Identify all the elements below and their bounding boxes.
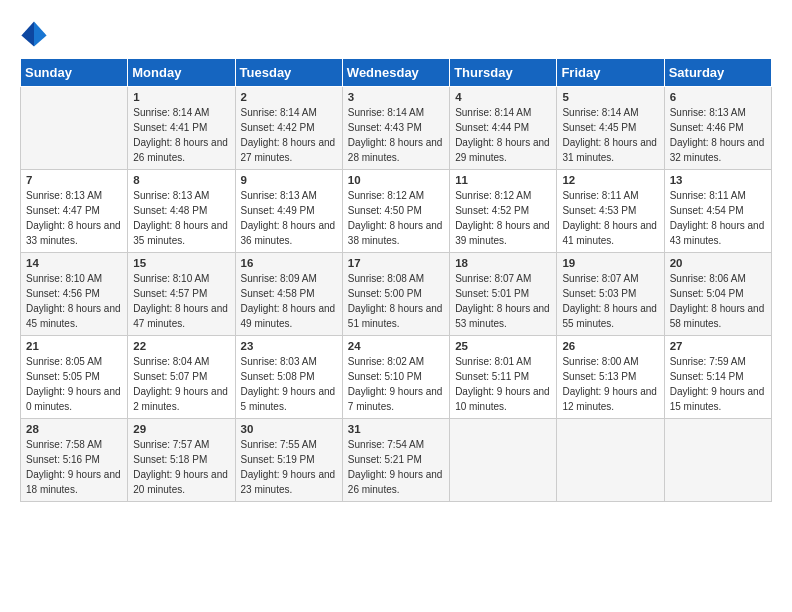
daylight-text: Daylight: 8 hours and 35 minutes. [133,220,228,246]
daylight-text: Daylight: 8 hours and 55 minutes. [562,303,657,329]
day-cell: 15Sunrise: 8:10 AMSunset: 4:57 PMDayligh… [128,253,235,336]
day-number: 5 [562,91,658,103]
daylight-text: Daylight: 8 hours and 51 minutes. [348,303,443,329]
cell-details: Sunrise: 8:07 AMSunset: 5:03 PMDaylight:… [562,271,658,331]
sunrise-text: Sunrise: 8:02 AM [348,356,424,367]
cell-details: Sunrise: 8:03 AMSunset: 5:08 PMDaylight:… [241,354,337,414]
day-cell: 28Sunrise: 7:58 AMSunset: 5:16 PMDayligh… [21,419,128,502]
sunrise-text: Sunrise: 8:11 AM [562,190,638,201]
day-cell: 3Sunrise: 8:14 AMSunset: 4:43 PMDaylight… [342,87,449,170]
logo-icon [20,20,48,48]
sunrise-text: Sunrise: 8:14 AM [348,107,424,118]
cell-details: Sunrise: 8:12 AMSunset: 4:52 PMDaylight:… [455,188,551,248]
header-tuesday: Tuesday [235,59,342,87]
daylight-text: Daylight: 8 hours and 26 minutes. [133,137,228,163]
cell-details: Sunrise: 8:01 AMSunset: 5:11 PMDaylight:… [455,354,551,414]
sunset-text: Sunset: 5:21 PM [348,454,422,465]
sunrise-text: Sunrise: 8:06 AM [670,273,746,284]
day-cell: 21Sunrise: 8:05 AMSunset: 5:05 PMDayligh… [21,336,128,419]
daylight-text: Daylight: 9 hours and 18 minutes. [26,469,121,495]
sunset-text: Sunset: 5:05 PM [26,371,100,382]
cell-details: Sunrise: 8:09 AMSunset: 4:58 PMDaylight:… [241,271,337,331]
day-number: 12 [562,174,658,186]
sunset-text: Sunset: 4:57 PM [133,288,207,299]
daylight-text: Daylight: 8 hours and 27 minutes. [241,137,336,163]
cell-details: Sunrise: 8:13 AMSunset: 4:46 PMDaylight:… [670,105,766,165]
daylight-text: Daylight: 8 hours and 39 minutes. [455,220,550,246]
header [20,20,772,48]
sunrise-text: Sunrise: 7:57 AM [133,439,209,450]
day-number: 26 [562,340,658,352]
sunset-text: Sunset: 5:14 PM [670,371,744,382]
day-cell: 29Sunrise: 7:57 AMSunset: 5:18 PMDayligh… [128,419,235,502]
sunrise-text: Sunrise: 8:10 AM [26,273,102,284]
sunset-text: Sunset: 5:16 PM [26,454,100,465]
sunrise-text: Sunrise: 8:13 AM [241,190,317,201]
day-number: 30 [241,423,337,435]
daylight-text: Daylight: 8 hours and 38 minutes. [348,220,443,246]
cell-details: Sunrise: 7:55 AMSunset: 5:19 PMDaylight:… [241,437,337,497]
day-number: 14 [26,257,122,269]
calendar-body: 1Sunrise: 8:14 AMSunset: 4:41 PMDaylight… [21,87,772,502]
sunrise-text: Sunrise: 8:13 AM [670,107,746,118]
sunset-text: Sunset: 5:00 PM [348,288,422,299]
day-cell: 2Sunrise: 8:14 AMSunset: 4:42 PMDaylight… [235,87,342,170]
day-number: 11 [455,174,551,186]
cell-details: Sunrise: 7:57 AMSunset: 5:18 PMDaylight:… [133,437,229,497]
week-row-0: 1Sunrise: 8:14 AMSunset: 4:41 PMDaylight… [21,87,772,170]
header-monday: Monday [128,59,235,87]
sunset-text: Sunset: 4:54 PM [670,205,744,216]
daylight-text: Daylight: 8 hours and 29 minutes. [455,137,550,163]
daylight-text: Daylight: 9 hours and 7 minutes. [348,386,443,412]
sunrise-text: Sunrise: 8:03 AM [241,356,317,367]
day-cell: 8Sunrise: 8:13 AMSunset: 4:48 PMDaylight… [128,170,235,253]
daylight-text: Daylight: 8 hours and 53 minutes. [455,303,550,329]
day-cell: 31Sunrise: 7:54 AMSunset: 5:21 PMDayligh… [342,419,449,502]
sunset-text: Sunset: 5:08 PM [241,371,315,382]
sunset-text: Sunset: 4:50 PM [348,205,422,216]
day-number: 3 [348,91,444,103]
sunset-text: Sunset: 5:13 PM [562,371,636,382]
sunrise-text: Sunrise: 8:09 AM [241,273,317,284]
header-friday: Friday [557,59,664,87]
day-cell: 13Sunrise: 8:11 AMSunset: 4:54 PMDayligh… [664,170,771,253]
sunrise-text: Sunrise: 8:14 AM [241,107,317,118]
header-wednesday: Wednesday [342,59,449,87]
cell-details: Sunrise: 8:11 AMSunset: 4:53 PMDaylight:… [562,188,658,248]
day-cell: 16Sunrise: 8:09 AMSunset: 4:58 PMDayligh… [235,253,342,336]
cell-details: Sunrise: 8:14 AMSunset: 4:42 PMDaylight:… [241,105,337,165]
day-cell: 23Sunrise: 8:03 AMSunset: 5:08 PMDayligh… [235,336,342,419]
day-cell: 6Sunrise: 8:13 AMSunset: 4:46 PMDaylight… [664,87,771,170]
cell-details: Sunrise: 7:59 AMSunset: 5:14 PMDaylight:… [670,354,766,414]
cell-details: Sunrise: 8:14 AMSunset: 4:44 PMDaylight:… [455,105,551,165]
day-number: 2 [241,91,337,103]
day-number: 7 [26,174,122,186]
daylight-text: Daylight: 8 hours and 45 minutes. [26,303,121,329]
sunrise-text: Sunrise: 8:11 AM [670,190,746,201]
day-cell: 17Sunrise: 8:08 AMSunset: 5:00 PMDayligh… [342,253,449,336]
week-row-1: 7Sunrise: 8:13 AMSunset: 4:47 PMDaylight… [21,170,772,253]
day-number: 6 [670,91,766,103]
cell-details: Sunrise: 8:05 AMSunset: 5:05 PMDaylight:… [26,354,122,414]
day-cell: 19Sunrise: 8:07 AMSunset: 5:03 PMDayligh… [557,253,664,336]
daylight-text: Daylight: 9 hours and 2 minutes. [133,386,228,412]
day-number: 13 [670,174,766,186]
sunrise-text: Sunrise: 8:08 AM [348,273,424,284]
sunset-text: Sunset: 5:07 PM [133,371,207,382]
sunset-text: Sunset: 5:10 PM [348,371,422,382]
header-thursday: Thursday [450,59,557,87]
daylight-text: Daylight: 9 hours and 23 minutes. [241,469,336,495]
svg-marker-1 [34,21,47,46]
day-cell: 25Sunrise: 8:01 AMSunset: 5:11 PMDayligh… [450,336,557,419]
sunset-text: Sunset: 5:04 PM [670,288,744,299]
day-cell [21,87,128,170]
sunset-text: Sunset: 4:44 PM [455,122,529,133]
day-cell: 5Sunrise: 8:14 AMSunset: 4:45 PMDaylight… [557,87,664,170]
daylight-text: Daylight: 8 hours and 49 minutes. [241,303,336,329]
cell-details: Sunrise: 8:14 AMSunset: 4:45 PMDaylight:… [562,105,658,165]
day-number: 23 [241,340,337,352]
header-row: Sunday Monday Tuesday Wednesday Thursday… [21,59,772,87]
sunrise-text: Sunrise: 8:13 AM [26,190,102,201]
sunset-text: Sunset: 4:42 PM [241,122,315,133]
svg-marker-2 [21,21,34,46]
